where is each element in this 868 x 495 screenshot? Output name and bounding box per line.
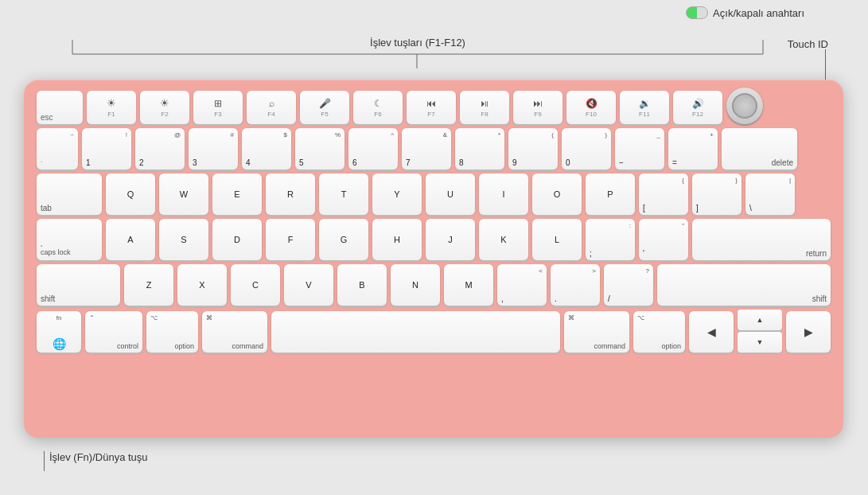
key-f3[interactable]: ⊞ F3 <box>193 91 243 124</box>
key-quote[interactable]: " ' <box>639 219 688 260</box>
key-f7[interactable]: ⏮ F7 <box>407 91 456 124</box>
key-command-left[interactable]: ⌘ command <box>202 311 267 353</box>
key-f[interactable]: F <box>266 219 315 260</box>
key-8[interactable]: * 8 <box>455 128 504 170</box>
key-arrow-left[interactable]: ◀ <box>689 311 734 353</box>
key-shift-left[interactable]: shift <box>37 264 120 306</box>
key-d[interactable]: D <box>212 219 262 260</box>
key-s[interactable]: S <box>159 219 208 260</box>
key-shift-right[interactable]: shift <box>657 264 831 306</box>
key-backtick[interactable]: ~ ` <box>37 128 78 170</box>
key-h[interactable]: H <box>372 219 422 260</box>
key-f12[interactable]: 🔊 F12 <box>673 91 722 124</box>
keyboard-body: esc ☀ F1 ☀ F2 ⊞ F3 ⌕ F4 🎤 F5 <box>24 80 843 438</box>
row-bottom: fn 🌐 ⌃ control ⌥ option ⌘ command ⌘ <box>37 310 831 353</box>
key-p[interactable]: P <box>586 173 635 215</box>
acik-kapali-text: Açık/kapalı anahtarı <box>713 7 804 19</box>
touch-id-label: Touch ID <box>788 38 828 50</box>
key-f10[interactable]: 🔇 F10 <box>566 91 616 124</box>
key-k[interactable]: K <box>479 219 528 260</box>
islev-tuslari-text: İşlev tuşları (F1-F12) <box>365 37 470 49</box>
key-t[interactable]: T <box>319 173 368 215</box>
key-option-left[interactable]: ⌥ option <box>146 311 198 353</box>
key-f5[interactable]: 🎤 F5 <box>300 91 349 124</box>
key-lbracket[interactable]: { [ <box>639 173 688 215</box>
key-l[interactable]: L <box>532 219 582 260</box>
key-c[interactable]: C <box>231 264 280 306</box>
key-3[interactable]: # 3 <box>189 128 238 170</box>
key-o[interactable]: O <box>532 173 582 215</box>
key-semicolon[interactable]: : ; <box>586 219 635 260</box>
row-fn: esc ☀ F1 ☀ F2 ⊞ F3 ⌕ F4 🎤 F5 <box>37 91 831 124</box>
key-9[interactable]: ( 9 <box>508 128 558 170</box>
key-e[interactable]: E <box>212 173 262 215</box>
key-4[interactable]: $ 4 <box>242 128 291 170</box>
key-f9[interactable]: ⏭ F9 <box>513 91 562 124</box>
key-option-right[interactable]: ⌥ option <box>633 311 685 353</box>
key-n[interactable]: N <box>391 264 440 306</box>
key-f8[interactable]: ⏯ F8 <box>460 91 509 124</box>
key-period[interactable]: > . <box>551 264 600 306</box>
key-control[interactable]: ⌃ control <box>85 311 142 353</box>
key-1[interactable]: ! 1 <box>82 128 131 170</box>
key-u[interactable]: U <box>426 173 475 215</box>
key-f11[interactable]: 🔉 F11 <box>620 91 669 124</box>
key-6[interactable]: ^ 6 <box>348 128 398 170</box>
key-5[interactable]: % 5 <box>295 128 344 170</box>
key-arrow-right[interactable]: ▶ <box>786 311 831 353</box>
key-q[interactable]: Q <box>106 173 155 215</box>
key-z[interactable]: Z <box>124 264 173 306</box>
key-fn-globe[interactable]: fn 🌐 <box>37 311 81 353</box>
key-a[interactable]: A <box>106 219 155 260</box>
key-backslash[interactable]: | \ <box>745 173 795 215</box>
diagram-container: Açık/kapalı anahtarı Touch ID İşlev tuşl… <box>0 0 868 495</box>
key-f2[interactable]: ☀ F2 <box>140 91 189 124</box>
touch-id-text: Touch ID <box>788 38 828 50</box>
key-0[interactable]: ) 0 <box>562 128 611 170</box>
key-esc[interactable]: esc <box>37 91 83 124</box>
key-return[interactable]: return <box>692 219 831 260</box>
key-f1[interactable]: ☀ F1 <box>87 91 136 124</box>
key-i[interactable]: I <box>479 173 528 215</box>
key-delete[interactable]: delete <box>722 128 797 170</box>
row-zxcv: shift Z X C V B N M < , > . ? / shift <box>37 264 831 306</box>
row-number: ~ ` ! 1 @ 2 # 3 $ 4 % 5 <box>37 128 831 170</box>
key-equals[interactable]: + = <box>668 128 718 170</box>
key-y[interactable]: Y <box>372 173 422 215</box>
key-tab[interactable]: tab <box>37 173 102 215</box>
key-touch-id[interactable] <box>726 88 763 124</box>
key-arrow-up[interactable]: ▲ <box>738 310 782 330</box>
key-rbracket[interactable]: } ] <box>692 173 741 215</box>
key-arrow-updown: ▲ ▼ <box>738 310 782 353</box>
fn-dunya-text: İşlev (Fn)/Dünya tuşu <box>49 451 148 463</box>
key-comma[interactable]: < , <box>497 264 547 306</box>
key-r[interactable]: R <box>266 173 315 215</box>
touch-id-callout-line <box>825 49 826 81</box>
key-2[interactable]: @ 2 <box>135 128 185 170</box>
acik-kapali-label: Açık/kapalı anahtarı <box>686 6 804 19</box>
key-x[interactable]: X <box>177 264 227 306</box>
key-command-right[interactable]: ⌘ command <box>564 311 629 353</box>
key-m[interactable]: M <box>444 264 493 306</box>
key-b[interactable]: B <box>337 264 387 306</box>
key-space[interactable] <box>271 311 560 353</box>
islev-tuslari-bracket: İşlev tuşları (F1-F12) <box>72 40 764 52</box>
row-qwerty: tab Q W E R T Y U I O P { [ } ] | \ <box>37 173 831 215</box>
key-minus[interactable]: _ − <box>615 128 664 170</box>
key-7[interactable]: & 7 <box>402 128 451 170</box>
key-j[interactable]: J <box>426 219 475 260</box>
key-caps-lock[interactable]: • caps lock <box>37 219 102 260</box>
key-w[interactable]: W <box>159 173 208 215</box>
key-f4[interactable]: ⌕ F4 <box>247 91 296 124</box>
key-arrow-down[interactable]: ▼ <box>738 332 782 353</box>
key-f6[interactable]: ☾ F6 <box>353 91 403 124</box>
toggle-icon <box>686 6 708 19</box>
key-v[interactable]: V <box>284 264 333 306</box>
key-g[interactable]: G <box>319 219 368 260</box>
key-slash[interactable]: ? / <box>604 264 653 306</box>
row-asdf: • caps lock A S D F G H J K L : ; " ' re… <box>37 219 831 260</box>
fn-dunya-label-container: İşlev (Fn)/Dünya tuşu <box>44 451 148 471</box>
